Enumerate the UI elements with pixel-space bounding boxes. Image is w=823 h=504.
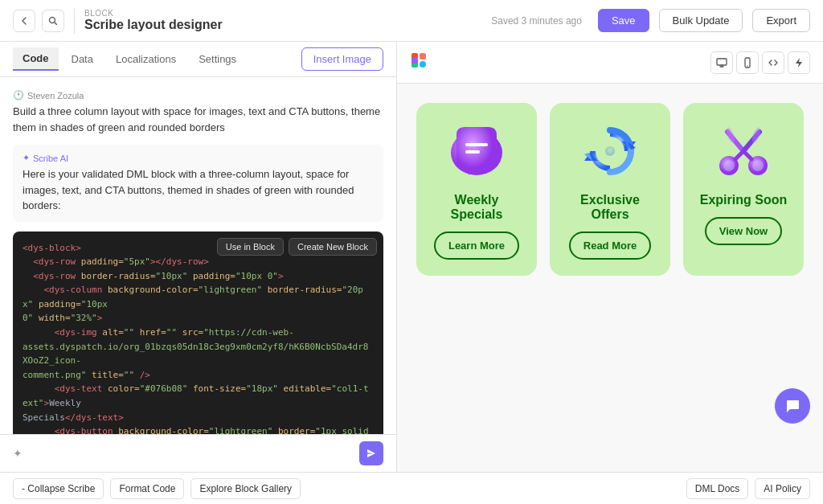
card-cta-weekly[interactable]: Learn More xyxy=(434,232,519,260)
tab-data[interactable]: Data xyxy=(62,48,103,70)
svg-point-8 xyxy=(747,65,747,66)
wand-icon: ✦ xyxy=(13,447,23,460)
card-icon-refresh xyxy=(578,119,642,183)
code-actions: Use in Block Create New Block xyxy=(217,238,377,256)
header-title-group: BLOCK Scribe layout designer xyxy=(84,9,223,32)
main-layout: Code Data Localizations Settings Insert … xyxy=(0,42,823,472)
use-in-block-button[interactable]: Use in Block xyxy=(217,238,284,256)
lightning-view-button[interactable] xyxy=(788,51,810,74)
svg-rect-2 xyxy=(420,53,426,59)
chat-fab-button[interactable] xyxy=(775,388,810,424)
code-block-wrapper: Use in Block Create New Block <dys-block… xyxy=(13,232,383,435)
user-message: 🕐 Steven Zozula Build a three column lay… xyxy=(13,90,383,135)
preview-area: Weekly Specials Learn More xyxy=(397,84,823,472)
code-view-button[interactable] xyxy=(762,51,784,74)
user-icon: 🕐 xyxy=(13,90,24,100)
header-nav xyxy=(13,10,64,32)
svg-point-0 xyxy=(50,17,55,23)
figma-icon xyxy=(410,51,428,73)
code-block[interactable]: Use in Block Create New Block <dys-block… xyxy=(13,232,383,435)
svg-rect-5 xyxy=(412,57,418,64)
svg-point-23 xyxy=(752,160,764,171)
block-label: BLOCK xyxy=(84,9,223,18)
create-new-block-button[interactable]: Create New Block xyxy=(289,238,377,256)
card-cta-expiring[interactable]: View Now xyxy=(705,217,782,245)
card-exclusive-offers: Exclusive Offers Read More xyxy=(550,103,670,276)
svg-point-22 xyxy=(723,160,735,171)
format-code-button[interactable]: Format Code xyxy=(110,478,184,499)
card-title-exclusive: Exclusive Offers xyxy=(563,193,657,222)
saved-status: Saved 3 minutes ago xyxy=(491,15,582,27)
tab-localizations[interactable]: Localizations xyxy=(106,48,186,70)
insert-image-button[interactable]: Insert Image xyxy=(301,47,383,71)
page-title: Scribe layout designer xyxy=(84,18,223,32)
cards-container: Weekly Specials Learn More xyxy=(416,103,804,276)
ai-author: ✦ Scribe AI xyxy=(23,153,374,163)
left-panel: Code Data Localizations Settings Insert … xyxy=(0,42,397,472)
export-button[interactable]: Export xyxy=(752,9,810,32)
ai-text: Here is your validated DML block with a … xyxy=(23,166,374,214)
ai-message: ✦ Scribe AI Here is your validated DML b… xyxy=(13,145,383,222)
ai-icon: ✦ xyxy=(23,153,30,163)
ai-policy-button[interactable]: AI Policy xyxy=(755,478,810,499)
tabs-bar: Code Data Localizations Settings Insert … xyxy=(0,42,396,77)
explore-gallery-button[interactable]: Explore Block Gallery xyxy=(190,478,301,499)
back-button[interactable] xyxy=(13,10,35,32)
svg-rect-15 xyxy=(465,143,488,146)
bulk-update-button[interactable]: Bulk Update xyxy=(659,9,743,32)
send-button[interactable] xyxy=(359,441,383,465)
svg-point-4 xyxy=(420,61,426,68)
svg-point-17 xyxy=(605,146,615,156)
chat-area: 🕐 Steven Zozula Build a three column lay… xyxy=(0,77,396,434)
card-cta-exclusive[interactable]: Read More xyxy=(569,232,651,260)
dml-docs-button[interactable]: DML Docs xyxy=(686,478,749,499)
svg-rect-6 xyxy=(717,59,727,65)
user-author: 🕐 Steven Zozula xyxy=(13,90,383,100)
footer: - Collapse Scribe Format Code Explore Bl… xyxy=(0,472,823,504)
card-weekly-specials: Weekly Specials Learn More xyxy=(416,103,537,276)
card-title-weekly: Weekly Specials xyxy=(429,193,524,222)
card-icon-comment xyxy=(444,119,509,183)
tab-settings[interactable]: Settings xyxy=(189,48,246,70)
collapse-scribe-button[interactable]: - Collapse Scribe xyxy=(13,478,104,499)
svg-rect-16 xyxy=(465,150,480,154)
card-icon-scissors xyxy=(711,119,776,183)
view-icons xyxy=(710,51,810,74)
mobile-view-button[interactable] xyxy=(736,51,759,74)
search-button[interactable] xyxy=(42,10,64,32)
header: BLOCK Scribe layout designer Saved 3 min… xyxy=(0,0,823,42)
right-panel: Weekly Specials Learn More xyxy=(397,42,823,472)
tab-code[interactable]: Code xyxy=(13,47,59,71)
user-text: Build a three column layout with space f… xyxy=(13,104,383,135)
card-title-expiring: Expiring Soon xyxy=(700,193,787,207)
card-expiring-soon: Expiring Soon View Now xyxy=(683,103,804,276)
desktop-view-button[interactable] xyxy=(710,51,733,74)
right-header xyxy=(397,42,823,84)
header-divider xyxy=(74,8,75,34)
save-button[interactable]: Save xyxy=(598,9,649,32)
chat-input-toolbar: ✦ xyxy=(0,434,396,472)
